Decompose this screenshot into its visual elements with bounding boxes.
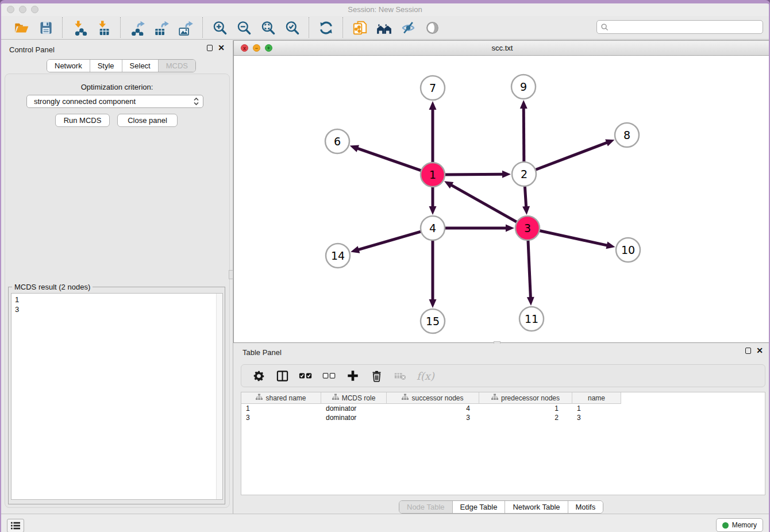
tab-edge-table[interactable]: Edge Table [452, 501, 505, 513]
show-columns-icon[interactable] [275, 369, 289, 383]
column-header-shared-name[interactable]: shared name [241, 392, 321, 404]
task-history-button[interactable] [7, 519, 24, 532]
network-window-titlebar[interactable]: x − + scc.txt [234, 41, 770, 56]
table-mode-gear-icon[interactable] [252, 369, 265, 383]
first-neighbors-icon[interactable] [375, 19, 392, 36]
edge-3-11[interactable] [528, 239, 531, 298]
zoom-in-icon[interactable] [211, 19, 228, 36]
export-network-icon[interactable] [129, 19, 146, 36]
table-panel-title: Table Panel [242, 348, 282, 357]
tab-network[interactable]: Network [47, 60, 90, 72]
search-icon [600, 23, 609, 32]
search-input[interactable] [609, 21, 763, 33]
main-toolbar [1, 16, 769, 40]
arrowhead-icon [351, 246, 360, 253]
scrollbar[interactable] [216, 294, 222, 499]
tab-node-table[interactable]: Node Table [399, 501, 452, 513]
table-cell[interactable]: 3 [241, 413, 321, 422]
memory-label: Memory [732, 521, 757, 529]
table-cell[interactable]: 3 [572, 413, 621, 422]
arrowhead-icon [605, 139, 614, 146]
table-row[interactable]: 1dominator411 [241, 404, 765, 413]
export-table-icon[interactable] [153, 19, 170, 36]
apply-layout-icon[interactable] [317, 19, 334, 36]
select-all-icon[interactable] [299, 369, 313, 383]
edge-4-14[interactable] [358, 231, 422, 250]
edge-1-6[interactable] [357, 148, 422, 171]
arrowhead-icon [506, 225, 514, 232]
edge-2-8[interactable] [534, 142, 608, 170]
optimization-criterion-select[interactable]: strongly connected component [26, 95, 203, 108]
save-session-icon[interactable] [37, 19, 54, 36]
mcds-result-list[interactable]: 1 3 [11, 293, 223, 500]
zoom-selected-icon[interactable] [283, 19, 301, 36]
node-label-4: 4 [429, 222, 436, 234]
column-label: predecessor nodes [501, 394, 560, 402]
run-mcds-button[interactable]: Run MCDS [55, 114, 110, 127]
application-window: Session: New Session [0, 0, 770, 532]
import-table-icon[interactable] [95, 19, 112, 36]
import-network-icon[interactable] [71, 19, 88, 36]
mcds-result-title: MCDS result (2 nodes) [12, 283, 93, 291]
create-column-icon[interactable] [346, 369, 360, 383]
column-header-successor-nodes[interactable]: successor nodes [387, 392, 479, 404]
status-bar: Memory [1, 514, 769, 532]
tab-network-table[interactable]: Network Table [505, 501, 567, 513]
node-label-10: 10 [621, 244, 635, 256]
column-label: MCDS role [342, 394, 376, 402]
table-row[interactable]: 3dominator323 [241, 413, 765, 422]
table-cell[interactable]: 1 [479, 404, 572, 413]
arrowhead-icon [429, 299, 437, 308]
column-type-icon [402, 394, 409, 402]
table-cell[interactable]: 2 [479, 413, 572, 422]
zoom-out-icon[interactable] [235, 19, 252, 36]
edge-3-10[interactable] [538, 230, 608, 245]
network-canvas[interactable]: 7968124314101511 [234, 56, 770, 342]
tab-style[interactable]: Style [90, 60, 122, 72]
clone-network-icon[interactable] [351, 19, 368, 36]
memory-button[interactable]: Memory [716, 518, 763, 532]
node-table[interactable]: shared nameMCDS rolesuccessor nodesprede… [241, 392, 765, 495]
vertical-splitter-grip[interactable] [229, 270, 233, 279]
edge-2-9[interactable] [523, 107, 524, 163]
delete-column-icon[interactable] [369, 369, 383, 383]
column-header-MCDS-role[interactable]: MCDS role [321, 392, 387, 404]
table-cell[interactable]: 4 [387, 404, 479, 413]
zoom-fit-icon[interactable] [259, 19, 276, 36]
close-panel-button[interactable]: Close panel [117, 114, 178, 127]
node-label-1: 1 [429, 168, 436, 181]
node-label-15: 15 [426, 315, 440, 327]
table-panel: Table Panel ✕ [233, 344, 770, 514]
column-type-icon [256, 394, 263, 402]
table-cell[interactable]: 3 [387, 413, 479, 422]
edge-1-2[interactable] [444, 174, 503, 175]
node-label-11: 11 [525, 313, 538, 325]
show-graphics-details-icon[interactable] [424, 19, 441, 36]
float-table-panel-icon[interactable] [745, 348, 751, 354]
table-cell[interactable]: dominator [321, 413, 387, 422]
control-panel-tabs: NetworkStyleSelectMCDS [47, 59, 196, 72]
table-panel-tabs: Node TableEdge TableNetwork TableMotifs [399, 500, 603, 514]
edge-3-1[interactable] [451, 185, 518, 223]
edge-2-3[interactable] [525, 185, 526, 207]
table-cell[interactable]: dominator [321, 404, 387, 413]
float-panel-icon[interactable] [207, 45, 213, 51]
open-file-icon[interactable] [13, 19, 30, 36]
deselect-all-icon[interactable] [322, 369, 336, 383]
tab-motifs[interactable]: Motifs [568, 501, 603, 513]
hide-selected-icon[interactable] [399, 19, 417, 36]
close-panel-icon[interactable]: ✕ [218, 44, 225, 51]
column-header-name[interactable]: name [572, 392, 621, 404]
table-cell[interactable]: 1 [241, 404, 321, 413]
close-table-panel-icon[interactable]: ✕ [756, 347, 763, 354]
control-panel-title: Control Panel [9, 45, 55, 54]
function-builder-icon-disabled: f(x) [417, 370, 434, 382]
network-view-window: x − + scc.txt 7968124314101511 [233, 40, 770, 343]
search-field[interactable] [596, 20, 763, 34]
tab-select[interactable]: Select [122, 60, 158, 72]
column-header-predecessor-nodes[interactable]: predecessor nodes [479, 392, 572, 404]
column-label: successor nodes [411, 394, 463, 402]
table-cell[interactable]: 1 [572, 404, 621, 413]
tab-mcds[interactable]: MCDS [158, 60, 195, 72]
export-image-icon[interactable] [177, 19, 194, 36]
